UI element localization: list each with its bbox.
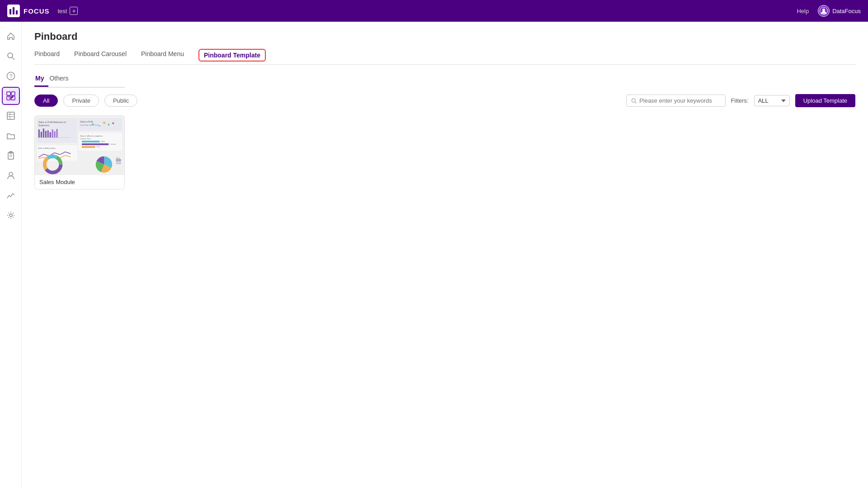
sidebar-item-signal[interactable] [2, 186, 20, 204]
tab-pinboard-menu[interactable]: Pinboard Menu [141, 50, 184, 63]
cards-grid: Sales vs Profit Behaviour of Superstore [34, 115, 855, 190]
svg-point-45 [92, 123, 94, 125]
svg-rect-57 [82, 146, 95, 148]
svg-rect-55 [82, 141, 100, 142]
svg-text:Category Sales: Category Sales [80, 138, 91, 140]
svg-point-26 [632, 99, 635, 102]
svg-point-46 [99, 125, 100, 127]
topbar-right: Help DataFocus [797, 5, 861, 17]
user-circle-icon [820, 7, 828, 15]
svg-rect-70 [116, 163, 121, 164]
svg-text:?: ? [9, 73, 12, 80]
filter-label: Filters: [731, 97, 749, 104]
svg-rect-16 [7, 112, 14, 119]
app-name: FOCUS [24, 7, 50, 15]
svg-rect-38 [52, 129, 53, 137]
tab-name: test [58, 8, 67, 14]
svg-text:Sales in differet states: Sales in differet states [38, 147, 56, 149]
sidebar: ? [0, 22, 22, 488]
svg-rect-37 [50, 132, 51, 137]
svg-point-47 [103, 122, 105, 124]
template-card-thumbnail: Sales vs Profit Behaviour of Superstore [35, 116, 124, 175]
tab-pinboard-template[interactable]: Pinboard Template [198, 49, 266, 62]
svg-text:Sales vs Profit: Sales vs Profit [80, 121, 93, 123]
svg-rect-10 [7, 92, 10, 95]
svg-rect-69 [116, 161, 121, 162]
user-icon [6, 171, 15, 180]
svg-rect-1 [9, 9, 11, 14]
app-logo[interactable]: FOCUS [7, 5, 50, 17]
sidebar-item-table[interactable] [2, 107, 20, 125]
sub-tabs: Pinboard Pinboard Carousel Pinboard Menu… [34, 49, 855, 65]
sidebar-item-pinboard[interactable] [2, 87, 20, 105]
svg-rect-34 [43, 128, 44, 137]
svg-text:Furniture: Furniture [110, 143, 116, 145]
filter-private-button[interactable]: Private [63, 95, 99, 107]
svg-line-7 [12, 57, 14, 60]
tab-pinboard[interactable]: Pinboard [34, 50, 60, 63]
svg-point-24 [9, 172, 13, 176]
add-tab-icon[interactable]: + [70, 7, 78, 15]
svg-point-6 [8, 53, 13, 58]
svg-point-49 [112, 123, 114, 124]
template-card-sales-module[interactable]: Sales vs Profit Behaviour of Superstore [34, 115, 125, 190]
filter-select[interactable]: ALL Private Public [754, 95, 790, 106]
upload-template-button[interactable]: Upload Template [795, 94, 855, 107]
svg-point-5 [822, 9, 825, 11]
folder-icon [6, 131, 15, 140]
svg-rect-39 [54, 131, 56, 137]
svg-rect-36 [47, 130, 49, 137]
svg-text:Sales vs Profit Behaviour of: Sales vs Profit Behaviour of [38, 121, 66, 123]
thumbnail-svg: Sales vs Profit Behaviour of Superstore [35, 116, 124, 175]
sidebar-item-help[interactable]: ? [2, 67, 20, 85]
sidebar-item-folder[interactable] [2, 127, 20, 145]
svg-point-15 [11, 96, 13, 98]
active-tab[interactable]: test + [54, 5, 82, 17]
topbar: FOCUS test + Help DataFocus [0, 0, 868, 22]
svg-rect-56 [82, 143, 108, 145]
search-input[interactable] [639, 97, 720, 104]
main-content: Pinboard Pinboard Pinboard Carousel Pinb… [22, 22, 868, 488]
svg-rect-3 [16, 10, 18, 14]
search-icon [6, 52, 15, 61]
svg-text:Sales in different companies: Sales in different companies [80, 135, 103, 137]
page-title: Pinboard [34, 31, 855, 43]
search-box-icon [631, 98, 637, 104]
sidebar-item-home[interactable] [2, 27, 20, 45]
svg-text:Tech: Tech [97, 146, 100, 148]
svg-rect-2 [13, 7, 14, 14]
user-avatar [818, 5, 830, 17]
user-menu[interactable]: DataFocus [818, 5, 861, 17]
tab-others[interactable]: Others [48, 73, 73, 87]
svg-text:Superstore: Superstore [38, 124, 49, 127]
svg-point-48 [108, 124, 110, 126]
my-others-tabs: My Others [34, 73, 125, 88]
filter-public-button[interactable]: Public [104, 95, 137, 107]
svg-rect-33 [41, 132, 42, 137]
sidebar-item-settings[interactable] [2, 206, 20, 224]
svg-rect-32 [38, 129, 40, 137]
svg-rect-35 [45, 131, 47, 137]
svg-rect-11 [11, 92, 15, 95]
search-box[interactable] [626, 95, 726, 107]
svg-text:Office: Office [101, 141, 105, 142]
filter-all-button[interactable]: All [34, 95, 58, 107]
help-icon: ? [6, 71, 15, 81]
svg-rect-40 [57, 129, 58, 137]
sidebar-item-clipboard[interactable] [2, 147, 20, 165]
svg-rect-68 [116, 160, 121, 161]
filter-row: All Private Public Filters: ALL Private … [34, 94, 855, 107]
user-name: DataFocus [832, 8, 861, 14]
sidebar-item-search[interactable] [2, 47, 20, 65]
clipboard-icon [6, 151, 15, 160]
help-link[interactable]: Help [797, 8, 809, 14]
svg-line-27 [635, 102, 636, 103]
table-icon [6, 111, 15, 120]
template-card-label: Sales Module [35, 175, 124, 189]
sidebar-item-user[interactable] [2, 166, 20, 185]
tab-my[interactable]: My [34, 73, 48, 87]
tab-pinboard-carousel[interactable]: Pinboard Carousel [74, 50, 127, 63]
home-icon [6, 32, 15, 41]
signal-icon [6, 191, 15, 200]
svg-text:Total: Total [116, 157, 119, 159]
